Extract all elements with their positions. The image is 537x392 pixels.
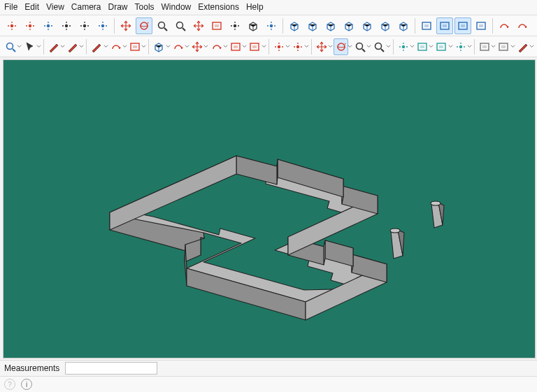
paste-tool-dropdown[interactable] xyxy=(491,39,496,55)
move-transform-tool[interactable] xyxy=(190,38,204,55)
orbit2-tool-dropdown[interactable] xyxy=(348,39,352,55)
eraser-tool-icon xyxy=(48,41,60,53)
move-transform-tool-dropdown[interactable] xyxy=(203,39,208,55)
knife-tool[interactable] xyxy=(516,38,530,55)
toolbar-separator xyxy=(393,39,394,55)
axes-tool[interactable] xyxy=(190,17,207,34)
svg-rect-18 xyxy=(443,24,447,27)
tape-measure-tool[interactable] xyxy=(271,38,285,55)
menu-edit[interactable]: Edit xyxy=(24,2,39,12)
eraser-tool[interactable] xyxy=(47,38,61,55)
tape-measure-tool-dropdown[interactable] xyxy=(285,39,290,55)
eraser-tool-dropdown[interactable] xyxy=(60,39,65,55)
iso-view[interactable] xyxy=(286,17,303,34)
offset-tool-dropdown[interactable] xyxy=(262,39,266,55)
tags-tool[interactable] xyxy=(415,38,429,55)
copy-tool-dropdown[interactable] xyxy=(510,39,515,55)
info-icon[interactable]: i xyxy=(21,379,32,390)
paint-bucket-tool-dropdown[interactable] xyxy=(304,39,309,55)
follow-me-tool-dropdown[interactable] xyxy=(185,39,189,55)
points-tool[interactable] xyxy=(22,17,38,34)
move-tool[interactable] xyxy=(117,17,134,34)
paste-tool[interactable] xyxy=(478,38,492,55)
previous-view-tool[interactable] xyxy=(245,17,262,34)
menu-view[interactable]: View xyxy=(46,2,64,12)
zoom-window-tool[interactable] xyxy=(172,17,189,34)
right-view[interactable] xyxy=(341,17,357,34)
pan-tool[interactable] xyxy=(227,17,243,34)
walk-tool[interactable] xyxy=(94,17,111,34)
rotate-tool[interactable] xyxy=(209,38,223,55)
zoom-extents-tool[interactable] xyxy=(372,38,386,55)
section-display[interactable] xyxy=(436,17,453,34)
paint-bucket-tool[interactable] xyxy=(291,38,305,55)
refresh-tool[interactable] xyxy=(496,17,513,34)
select-tool[interactable] xyxy=(22,38,36,55)
move-arrows-tool[interactable] xyxy=(315,38,329,55)
look-around-tool[interactable] xyxy=(263,17,280,34)
toolbar-separator xyxy=(311,39,312,55)
menu-tools[interactable]: Tools xyxy=(135,2,155,12)
menu-file[interactable]: File xyxy=(4,2,17,12)
top-view[interactable] xyxy=(304,17,321,34)
menu-help[interactable]: Help xyxy=(246,2,264,12)
scissors-tool[interactable] xyxy=(454,38,468,55)
knife-tool-dropdown[interactable] xyxy=(529,39,534,55)
measurements-input[interactable] xyxy=(65,362,157,375)
refresh-tool-icon xyxy=(498,20,510,32)
gear-tool-dropdown[interactable] xyxy=(410,39,415,55)
orbit-tool[interactable] xyxy=(136,17,152,34)
rectangle-tool[interactable] xyxy=(128,38,142,55)
rectangle-tool-dropdown[interactable] xyxy=(141,39,146,55)
sync-tool[interactable] xyxy=(514,17,531,34)
zoom-tool[interactable] xyxy=(154,17,171,34)
pencil-tool[interactable] xyxy=(66,38,80,55)
menu-draw[interactable]: Draw xyxy=(108,2,128,12)
menu-camera[interactable]: Camera xyxy=(71,2,101,12)
follow-me-tool[interactable] xyxy=(171,38,185,55)
arc-tool[interactable] xyxy=(109,38,123,55)
orbit2-tool[interactable] xyxy=(334,38,348,55)
svg-point-14 xyxy=(270,24,273,27)
search-tool-dropdown[interactable] xyxy=(17,39,22,55)
draw-tool[interactable] xyxy=(3,17,20,34)
scissors-tool-dropdown[interactable] xyxy=(467,39,472,55)
zoom2-tool-dropdown[interactable] xyxy=(366,39,371,55)
scale-tool[interactable] xyxy=(229,38,243,55)
section-plane[interactable] xyxy=(418,17,435,34)
select-tool-dropdown[interactable] xyxy=(36,39,41,55)
pencil-tool-dropdown[interactable] xyxy=(79,39,84,55)
layers-tool[interactable] xyxy=(434,38,448,55)
line-tool[interactable] xyxy=(90,38,103,55)
line-tool-dropdown[interactable] xyxy=(103,39,108,55)
viewport-3d[interactable] xyxy=(3,59,536,358)
scale-tool-dropdown[interactable] xyxy=(242,39,247,55)
tags-tool-dropdown[interactable] xyxy=(429,39,434,55)
pushpull-tool[interactable] xyxy=(152,38,166,55)
gear-tool[interactable] xyxy=(396,38,410,55)
text-label-tool[interactable] xyxy=(58,17,75,34)
move-arrows-tool-dropdown[interactable] xyxy=(328,39,333,55)
menu-window[interactable]: Window xyxy=(162,2,192,12)
dimension-tool[interactable] xyxy=(76,17,93,34)
offset-tool[interactable] xyxy=(248,38,262,55)
back-view[interactable] xyxy=(359,17,375,34)
menu-extensions[interactable]: Extensions xyxy=(198,2,239,12)
hint-icon[interactable]: ? xyxy=(4,379,15,390)
rotate-tool-dropdown[interactable] xyxy=(223,39,228,55)
section-cut[interactable] xyxy=(454,17,471,34)
arc-tool-dropdown[interactable] xyxy=(122,39,127,55)
zoom2-tool[interactable] xyxy=(353,38,367,55)
search-tool[interactable] xyxy=(3,38,17,55)
left-view[interactable] xyxy=(377,17,394,34)
layers-tool-dropdown[interactable] xyxy=(448,39,453,55)
front-view[interactable] xyxy=(322,17,339,34)
copy-tool[interactable] xyxy=(496,38,510,55)
bottom-view[interactable] xyxy=(395,17,412,34)
section-fill[interactable] xyxy=(473,17,489,34)
zoom-extents-tool-dropdown[interactable] xyxy=(386,39,391,55)
pushpull-tool-dropdown[interactable] xyxy=(166,39,171,55)
section-tool[interactable] xyxy=(208,17,225,34)
move-arrows-tool-icon xyxy=(315,41,328,53)
tag-tool[interactable] xyxy=(40,17,57,34)
